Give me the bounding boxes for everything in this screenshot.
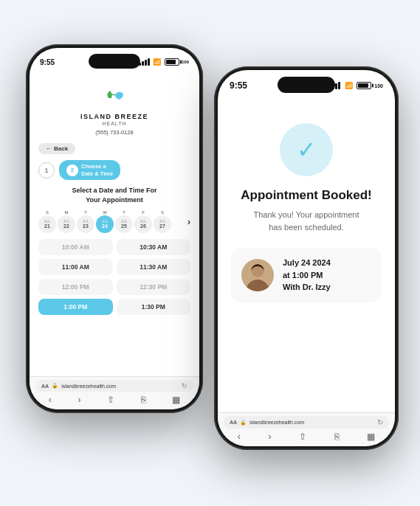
battery-icon-2 bbox=[357, 82, 371, 89]
booked-title: Appointment Booked! bbox=[241, 188, 372, 203]
aa-text-2[interactable]: AA bbox=[230, 420, 237, 425]
nav-back-icon[interactable]: ‹ bbox=[49, 395, 52, 405]
booked-subtitle: Thank you! Your appointment has been sch… bbox=[253, 209, 359, 233]
time-btn-1100[interactable]: 11:00 AM bbox=[38, 259, 113, 275]
cal-day-sun: S JUL21 bbox=[38, 210, 56, 233]
status-icons-2: 📶 100 bbox=[329, 82, 383, 89]
back-label: Back bbox=[54, 145, 68, 152]
time-btn-100[interactable]: 1:00 PM bbox=[38, 299, 113, 315]
nav-tabs-icon-2[interactable]: ▦ bbox=[367, 432, 375, 442]
dynamic-island-1 bbox=[89, 54, 140, 69]
browser-nav-2: ‹ › ⇧ ⎘ ▦ bbox=[224, 429, 389, 443]
status-time-2: 9:55 bbox=[230, 80, 247, 91]
browser-nav-1: ‹ › ⇧ ⎘ ▦ bbox=[35, 392, 193, 406]
p1-logo: ISLAND BREEZE HEALTH bbox=[38, 80, 190, 126]
browser-bar-2: AA 🔒 islandbreezehealth.com ↻ ‹ › ⇧ ⎘ ▦ bbox=[218, 412, 395, 446]
svg-point-0 bbox=[100, 82, 129, 111]
nav-share-icon-2[interactable]: ⇧ bbox=[299, 432, 306, 442]
wifi-icon-2: 📶 bbox=[343, 82, 354, 89]
nav-share-icon[interactable]: ⇧ bbox=[107, 395, 114, 405]
appt-doctor: With Dr. Izzy bbox=[283, 281, 331, 294]
cal-day-mon: M JUL22 bbox=[58, 210, 75, 233]
p1-content: ISLAND BREEZE HEALTH (555) 733-0128 ← Ba… bbox=[30, 80, 199, 315]
logo-icon-1 bbox=[98, 80, 131, 113]
doctor-avatar bbox=[241, 259, 274, 291]
battery-pct-2: 100 bbox=[374, 83, 383, 89]
nav-forward-icon-2[interactable]: › bbox=[268, 432, 271, 442]
time-btn-1200[interactable]: 12:00 PM bbox=[38, 279, 113, 295]
wifi-icon-1: 📶 bbox=[152, 58, 162, 66]
nav-tabs-icon[interactable]: ▦ bbox=[172, 395, 180, 405]
time-btn-1000[interactable]: 10:00 AM bbox=[38, 239, 113, 255]
url-bar-2[interactable]: AA 🔒 islandbreezehealth.com ↻ bbox=[224, 416, 389, 429]
url-text-2: islandbreezehealth.com bbox=[249, 420, 304, 425]
time-btn-1030[interactable]: 10:30 AM bbox=[117, 239, 191, 255]
time-btn-130[interactable]: 1:30 PM bbox=[117, 299, 191, 315]
cal-day-fri: F JUL26 bbox=[134, 210, 152, 233]
lock-icon-1: 🔒 bbox=[52, 383, 58, 389]
dynamic-island-2 bbox=[278, 77, 335, 93]
battery-icon-1 bbox=[165, 58, 179, 66]
lock-icon-2: 🔒 bbox=[240, 420, 247, 426]
appointment-card: July 24 2024 at 1:00 PM With Dr. Izzy bbox=[231, 248, 382, 302]
check-icon: ✓ bbox=[297, 136, 317, 164]
nav-bookmark-icon-2[interactable]: ⎘ bbox=[334, 432, 340, 442]
cal-day-tue: T JUL23 bbox=[77, 210, 94, 233]
phone-2: 9:55 📶 100 bbox=[214, 66, 399, 450]
aa-text-1[interactable]: AA bbox=[41, 384, 49, 389]
nav-forward-icon[interactable]: › bbox=[78, 395, 80, 405]
p1-brand-sub: HEALTH bbox=[102, 121, 126, 126]
status-icons-1: 📶 100 bbox=[139, 58, 189, 66]
scene: 9:55 📶 100 bbox=[0, 0, 420, 506]
check-circle: ✓ bbox=[280, 123, 333, 176]
nav-bookmark-icon[interactable]: ⎘ bbox=[141, 395, 146, 405]
url-text-1: islandbreezehealth.com bbox=[61, 384, 116, 389]
back-button[interactable]: ← Back bbox=[38, 143, 75, 154]
calendar-next-arrow[interactable]: › bbox=[187, 217, 190, 227]
battery-pct-1: 100 bbox=[182, 60, 189, 64]
step-2-label: Choose a Date & Time bbox=[81, 163, 113, 178]
step-2-active: 2 Choose a Date & Time bbox=[59, 160, 120, 181]
select-title: Select a Date and Time For Your Appointm… bbox=[38, 186, 190, 204]
svg-point-1 bbox=[246, 280, 269, 291]
appt-info: July 24 2024 at 1:00 PM With Dr. Izzy bbox=[283, 257, 331, 294]
p1-brand-name: ISLAND BREEZE bbox=[80, 113, 148, 121]
cal-day-sat: S JUL27 bbox=[154, 210, 171, 233]
cal-day-thu: T JUL25 bbox=[115, 210, 133, 233]
calendar-row: S JUL21 M JUL22 T JUL23 W JUL24 bbox=[38, 210, 190, 233]
step-2-num: 2 bbox=[66, 164, 78, 176]
nav-back-icon-2[interactable]: ‹ bbox=[238, 432, 241, 442]
phone-1: 9:55 📶 100 bbox=[26, 44, 203, 413]
p1-phone-number: (555) 733-0128 bbox=[38, 129, 190, 136]
signal-icon-1 bbox=[139, 58, 150, 66]
time-btn-1130[interactable]: 11:30 AM bbox=[117, 259, 191, 275]
stepper: 1 2 Choose a Date & Time bbox=[38, 160, 190, 181]
appt-time: at 1:00 PM bbox=[283, 269, 331, 282]
back-arrow-icon: ← bbox=[46, 145, 52, 152]
step-1: 1 bbox=[38, 162, 55, 179]
url-bar-1[interactable]: AA 🔒 islandbreezehealth.com ↻ bbox=[35, 380, 193, 392]
time-btn-1230[interactable]: 12:30 PM bbox=[117, 279, 191, 295]
refresh-icon-1[interactable]: ↻ bbox=[182, 382, 187, 389]
p2-content: ✓ Appointment Booked! Thank you! Your ap… bbox=[218, 101, 395, 302]
avatar-svg bbox=[241, 259, 274, 291]
cal-day-wed-active[interactable]: W JUL24 bbox=[96, 210, 114, 233]
appt-date: July 24 2024 bbox=[283, 257, 331, 269]
status-time-1: 9:55 bbox=[40, 58, 55, 66]
browser-bar-1: AA 🔒 islandbreezehealth.com ↻ ‹ › ⇧ ⎘ ▦ bbox=[30, 376, 199, 409]
time-grid: 10:00 AM 10:30 AM 11:00 AM 11:30 AM 12:0… bbox=[38, 239, 190, 315]
refresh-icon-2[interactable]: ↻ bbox=[377, 418, 383, 426]
